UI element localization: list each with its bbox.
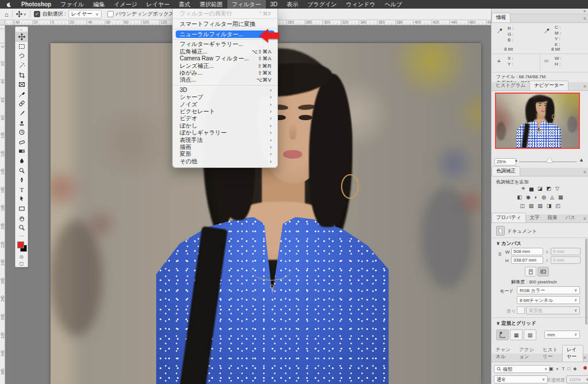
auto-select-dropdown[interactable]: レイヤー∨ [68, 10, 102, 18]
panel-menu-icon[interactable]: ≡ [583, 84, 586, 89]
mode-select[interactable]: RGB カラー∨ [517, 286, 580, 294]
menubar-app-name[interactable]: Photoshop [17, 0, 56, 9]
tab-ヒストグラム[interactable]: ヒストグラム [492, 81, 529, 90]
blur-tool[interactable] [16, 156, 28, 166]
tab-info[interactable]: 情報 [492, 13, 510, 22]
adjustment-black-white-icon[interactable]: ◐ [535, 194, 537, 200]
menubar-item-表示[interactable]: 表示 [282, 0, 303, 9]
menubar-item-レイヤー[interactable]: レイヤー [142, 0, 175, 9]
navigator-zoom-field[interactable]: 25% [494, 158, 516, 166]
zoom-tool[interactable] [16, 223, 28, 233]
rulers-grid-section-header[interactable]: ∨ 定規とグリッド [496, 320, 536, 327]
menu-item-シャープ[interactable]: シャープ› [173, 94, 277, 101]
adjustment-levels-icon[interactable]: ▅ [529, 186, 533, 191]
home-icon[interactable]: ⌂ [5, 11, 9, 18]
adjustment-hue-saturation-icon[interactable]: ◧ [517, 194, 522, 200]
navigator-zoom-slider-thumb[interactable] [547, 158, 552, 162]
adjustment-photo-filter-icon[interactable]: ◍ [541, 194, 546, 200]
path-selection-tool[interactable] [16, 194, 28, 204]
menubar-item-イメージ[interactable]: イメージ [109, 0, 142, 9]
adjustment-invert-icon[interactable]: ◫ [520, 203, 525, 209]
adjustments-panel-menu-icon[interactable]: ≡ [583, 170, 586, 175]
adjustment-color-lookup-icon[interactable]: ▦ [558, 194, 563, 200]
rectangle-tool[interactable] [16, 204, 28, 214]
guides-toggle-button[interactable]: ▨ [524, 329, 536, 340]
canvas-width-field[interactable]: 508 mm [511, 248, 543, 255]
foreground-color-swatch[interactable] [17, 241, 24, 248]
fill-select[interactable]: 背景色∨ [526, 306, 580, 314]
grid-toggle-button[interactable]: ▦ [510, 329, 523, 340]
menu-item-消点[interactable]: 消点...⌥⌘V [173, 76, 277, 83]
menu-item-ぼかし[interactable]: ぼかし› [173, 122, 277, 129]
blend-mode-select[interactable]: 通常∨ [494, 375, 548, 383]
color-swatches[interactable] [16, 240, 28, 253]
adjustment-channel-mixer-icon[interactable]: ◬ [550, 194, 554, 200]
tab-段落[interactable]: 段落 [544, 213, 562, 222]
kind-pixel-filter-icon[interactable]: ▣ [549, 366, 554, 371]
horizontal-type-tool[interactable]: T [16, 185, 28, 195]
zoom-in-icon[interactable]: ▲ [579, 157, 584, 163]
adjustment-threshold-icon[interactable]: ▧ [537, 203, 543, 209]
pen-tool[interactable] [16, 175, 28, 185]
dodge-tool[interactable] [16, 166, 28, 175]
menubar-item-ヘルプ[interactable]: ヘルプ [380, 0, 407, 9]
edit-toolbar-button[interactable]: ⋯ [16, 232, 28, 239]
menubar-item-プラグイン[interactable]: プラグイン [303, 0, 341, 9]
layer-filter-search[interactable]: 種類∨ [494, 365, 550, 373]
menu-item-表現手法[interactable]: 表現手法› [173, 136, 277, 143]
lasso-tool[interactable] [16, 51, 28, 61]
rulers-toggle-button[interactable] [496, 329, 509, 340]
frame-tool[interactable] [16, 80, 28, 90]
tab-ナビゲーター[interactable]: ナビゲーター [529, 80, 568, 90]
panel-menu-icon[interactable]: ≡ [583, 216, 586, 221]
zoom-out-icon[interactable]: ▲ [514, 159, 518, 162]
bit-depth-select[interactable]: 8 bit/チャンネル∨ [517, 296, 580, 304]
info-panel-menu-icon[interactable]: ≡ [583, 16, 586, 21]
auto-select-checkbox[interactable]: ✓ [34, 11, 40, 17]
properties-scrollbar[interactable] [585, 239, 587, 325]
menu-item-描画[interactable]: 描画› [173, 144, 277, 151]
orientation-landscape-button[interactable] [537, 267, 549, 277]
eyedropper-tool[interactable] [16, 90, 28, 99]
tab-文字[interactable]: 文字 [526, 213, 544, 222]
kind-adjustment-filter-icon[interactable]: ◐ [556, 366, 559, 371]
menubar-item-ウィンドウ[interactable]: ウィンドウ [341, 0, 380, 9]
menu-item-3D[interactable]: 3D› [173, 87, 277, 94]
panel-menu-icon[interactable]: ≡ [583, 355, 586, 360]
adjustment-posterize-icon[interactable]: ▨ [529, 203, 534, 209]
crop-tool[interactable] [16, 70, 28, 80]
adjustment-gradient-map-icon[interactable]: ◨ [547, 203, 552, 209]
brush-tool[interactable] [16, 109, 28, 118]
gradient-tool[interactable] [16, 147, 28, 156]
menubar-item-選択範囲[interactable]: 選択範囲 [195, 0, 227, 9]
tab-プロパティ[interactable]: プロパティ [492, 213, 526, 222]
menubar-item-3D[interactable]: 3D [266, 0, 283, 9]
tab-パス[interactable]: パス [562, 213, 579, 222]
menu-item-ビデオ[interactable]: ビデオ› [173, 115, 277, 122]
quick-mask-button[interactable]: ◎ [16, 253, 28, 260]
adjustment-curves-icon[interactable]: ◪ [537, 186, 543, 191]
kind-shape-filter-icon[interactable]: □ [567, 366, 570, 371]
menu-item-ぼかしギャラリー[interactable]: ぼかしギャラリー› [173, 129, 277, 136]
adjustment-brightness-contrast-icon[interactable]: ☀ [521, 186, 525, 191]
history-brush-tool[interactable] [16, 128, 28, 137]
tools-panel-collapse[interactable]: » [16, 27, 28, 32]
menu-item-スマートフィルター用に変換[interactable]: スマートフィルター用に変換 [173, 20, 277, 27]
tab-チャンネル[interactable]: チャンネル [492, 345, 515, 362]
screen-mode-button[interactable]: ▢ [16, 260, 28, 267]
menu-item-ノイズ[interactable]: ノイズ› [173, 101, 277, 107]
canvas-x-field[interactable]: 0 mm [551, 248, 581, 255]
fill-color-swatch[interactable] [517, 306, 525, 314]
adjustment-color-balance-icon[interactable]: ◉ [526, 194, 531, 200]
kind-smart-filter-icon[interactable]: ◈ [573, 366, 577, 371]
menubar-item-フィルター[interactable]: フィルター [227, 0, 266, 9]
opacity-select[interactable]: 100%∨ [566, 375, 588, 383]
link-dimensions-icon[interactable]: 8 [498, 251, 501, 257]
menu-item-ゆがみ[interactable]: ゆがみ...⇧⌘X [173, 70, 277, 76]
adjustment-vibrance-icon[interactable]: ▽ [555, 186, 559, 191]
tab-レイヤー[interactable]: レイヤー [562, 345, 583, 362]
hand-tool[interactable] [16, 213, 28, 223]
menu-item-レンズ補正[interactable]: レンズ補正...⇧⌘R [173, 62, 277, 69]
menu-item-その他[interactable]: その他› [173, 158, 277, 165]
canvas-y-field[interactable]: 0 mm [551, 256, 581, 264]
